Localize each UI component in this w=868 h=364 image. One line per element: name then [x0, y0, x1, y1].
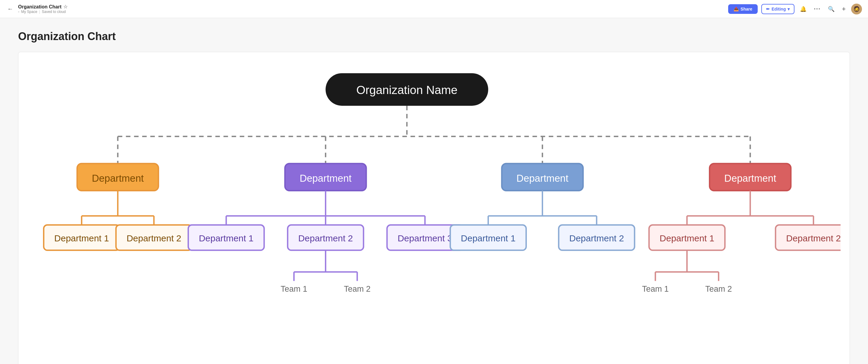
dept-purple-label: Department — [300, 173, 351, 184]
dept-orange-sub1: Department 1 — [54, 233, 109, 243]
main-content: Organization Chart Organization Name Dep… — [0, 0, 868, 364]
team-purple-2: Team 2 — [344, 284, 370, 294]
editing-label: Editing — [772, 7, 786, 11]
topbar: ← Organization Chart ☆ ▫ My Space | Save… — [0, 0, 868, 18]
share-icon: 📤 — [734, 7, 739, 11]
org-chart-svg: Organization Name Department — [27, 64, 841, 364]
page-title: Organization Chart — [18, 30, 850, 43]
share-label: Share — [741, 7, 752, 11]
dept-orange-label: Department — [92, 173, 144, 184]
page-content: Organization Chart Organization Name Dep… — [0, 18, 868, 364]
add-icon: + — [842, 5, 846, 13]
team-red-2: Team 2 — [705, 284, 732, 294]
bell-button[interactable]: 🔔 — [798, 4, 808, 14]
back-icon: ← — [7, 5, 13, 12]
avatar[interactable]: 🧔 — [851, 4, 862, 14]
dept-blue-sub1: Department 1 — [461, 233, 516, 243]
dept-red-sub2: Department 2 — [786, 233, 841, 243]
dept-orange-sub2: Department 2 — [127, 233, 181, 243]
dept-purple-sub1: Department 1 — [199, 233, 254, 243]
separator: | — [39, 10, 40, 14]
chart-container: Organization Name Department — [18, 52, 850, 364]
saved-status: Saved to cloud — [42, 10, 66, 14]
dept-purple-sub2: Department 2 — [298, 233, 353, 243]
team-red-1: Team 1 — [642, 284, 669, 294]
back-button[interactable]: ← — [6, 4, 14, 13]
doc-title-row: Organization Chart ☆ — [18, 4, 67, 10]
search-button[interactable]: 🔍 — [826, 4, 836, 14]
team-purple-1: Team 1 — [281, 284, 307, 294]
editing-button[interactable]: ✏ Editing ▾ — [761, 4, 795, 14]
dept-blue-label: Department — [517, 173, 568, 184]
space-name[interactable]: My Space — [21, 10, 37, 14]
avatar-emoji: 🧔 — [853, 6, 860, 12]
dept-red-sub1: Department 1 — [660, 233, 715, 243]
topbar-right: 📤 Share ✏ Editing ▾ 🔔 ··· 🔍 + 🧔 — [728, 3, 862, 15]
more-button[interactable]: ··· — [812, 4, 823, 14]
star-icon[interactable]: ☆ — [63, 4, 67, 10]
add-button[interactable]: + — [840, 3, 847, 15]
topbar-left: ← Organization Chart ☆ ▫ My Space | Save… — [6, 4, 67, 14]
doc-info: Organization Chart ☆ ▫ My Space | Saved … — [18, 4, 67, 14]
more-icon: ··· — [814, 5, 821, 12]
dept-purple-sub3: Department 3 — [398, 233, 453, 243]
search-icon: 🔍 — [828, 6, 835, 12]
editing-pen-icon: ✏ — [766, 7, 770, 11]
share-button[interactable]: 📤 Share — [728, 4, 758, 14]
bell-icon: 🔔 — [800, 6, 807, 12]
dept-blue-sub2: Department 2 — [569, 233, 624, 243]
space-icon: ▫ — [18, 10, 19, 14]
document-title: Organization Chart — [18, 4, 61, 10]
editing-dropdown-icon: ▾ — [787, 7, 789, 11]
dept-red-label: Department — [724, 173, 776, 184]
doc-meta: ▫ My Space | Saved to cloud — [18, 10, 67, 14]
root-node-label: Organization Name — [356, 84, 458, 96]
